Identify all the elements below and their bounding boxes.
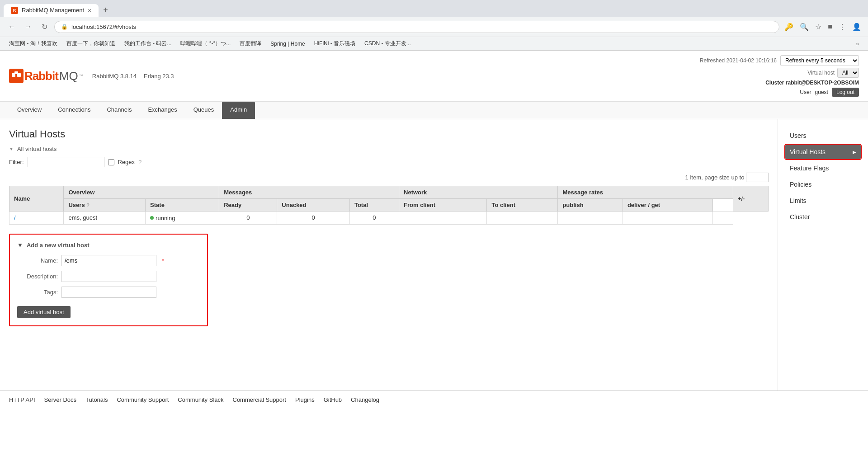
tab-exchanges[interactable]: Exchanges (140, 102, 185, 119)
active-tab[interactable]: R RabbitMQ Management × (4, 4, 99, 17)
logo-rabbit: Rabbit (24, 69, 58, 83)
tab-queues[interactable]: Queues (185, 102, 222, 119)
add-form-title: Add a new virtual host (27, 242, 90, 249)
footer-link[interactable]: Changelog (351, 396, 379, 403)
footer-link[interactable]: GitHub (324, 396, 342, 403)
sidebar-item-feature-flags[interactable]: Feature Flags (785, 161, 861, 175)
table-row[interactable]: / ems, guest running 0 0 0 (9, 212, 769, 225)
cell-publish (558, 212, 623, 225)
cluster-label: Cluster (765, 80, 784, 86)
regex-help-icon[interactable]: ? (138, 159, 142, 165)
vhost-tags-input[interactable] (61, 287, 156, 298)
bookmark-item[interactable]: 淘宝网 - 淘！我喜欢 (5, 38, 61, 49)
browser-chrome: R RabbitMQ Management × + ← → ↻ 🔒 localh… (0, 0, 868, 51)
tab-connections[interactable]: Connections (50, 102, 99, 119)
vhost-select[interactable]: All (837, 68, 859, 78)
col-adjust[interactable]: +/- (733, 186, 768, 212)
search-icon[interactable]: 🔍 (798, 21, 810, 33)
page-size-input[interactable]: 100 (746, 173, 769, 182)
footer-link[interactable]: Commercial Support (233, 396, 287, 403)
new-tab-button[interactable]: + (99, 4, 113, 17)
reload-button[interactable]: ↻ (38, 20, 51, 33)
address-bar[interactable]: 🔒 localhost:15672/#/vhosts (54, 21, 779, 33)
tab-channels[interactable]: Channels (99, 102, 140, 119)
col-group-overview: Overview (64, 186, 219, 199)
logo: RabbitMQ™ (9, 69, 83, 83)
version-info: RabbitMQ 3.8.14 Erlang 23.3 (92, 73, 174, 80)
back-button[interactable]: ← (5, 20, 18, 33)
bookmark-item[interactable]: 百度翻译 (236, 38, 265, 49)
all-vhosts-section-header[interactable]: ▼ All virtual hosts (9, 146, 769, 152)
refresh-row: Refreshed 2021-04-02 10:16:16 Refresh ev… (700, 55, 859, 66)
sidebar-item-limits[interactable]: Limits (785, 193, 861, 208)
svg-rect-2 (14, 71, 18, 74)
star-icon[interactable]: ☆ (814, 21, 823, 33)
vhost-label: Virtual host (807, 70, 835, 76)
description-form-row: Description: (17, 271, 200, 282)
logout-button[interactable]: Log out (832, 88, 859, 97)
bookmark-item[interactable]: 百度一下，你就知道 (63, 38, 119, 49)
lock-icon: 🔒 (61, 24, 68, 30)
bookmark-item[interactable]: HiFiNi - 音乐磁场 (311, 38, 359, 49)
bookmark-item[interactable]: 哔哩哔哩（ °-°）つ... (177, 38, 234, 49)
tab-overview[interactable]: Overview (9, 102, 50, 119)
rabbitmq-app: RabbitMQ™ RabbitMQ 3.8.14 Erlang 23.3 Re… (0, 51, 868, 409)
required-star: * (162, 257, 164, 264)
vhost-name-input[interactable] (61, 255, 156, 266)
header-right: Refreshed 2021-04-02 10:16:16 Refresh ev… (700, 55, 859, 97)
refresh-select[interactable]: Refresh every 5 seconds Refresh every 10… (780, 55, 859, 66)
vhost-description-input[interactable] (61, 271, 156, 282)
col-name: Name (9, 186, 64, 212)
col-group-message-rates: Message rates (558, 186, 733, 199)
footer-link[interactable]: HTTP API (9, 396, 35, 403)
menu-icon[interactable]: ⋮ (837, 21, 847, 33)
bookmarks-bar: 淘宝网 - 淘！我喜欢百度一下，你就知道我的工作台 - 码云...哔哩哔哩（ °… (0, 37, 868, 50)
col-unacked: Unacked (277, 199, 350, 212)
pagination-info: 1 item, page size up to 100 (9, 173, 769, 182)
tab-admin[interactable]: Admin (222, 102, 255, 119)
col-from-client: From client (399, 199, 487, 212)
sidebar-item-cluster[interactable]: Cluster (785, 210, 861, 224)
col-group-network: Network (399, 186, 558, 199)
regex-checkbox[interactable] (108, 159, 114, 165)
bookmarks-more[interactable]: » (852, 39, 863, 48)
section-arrow: ▼ (9, 146, 14, 151)
key-icon[interactable]: 🔑 (783, 21, 795, 33)
user-label: User (800, 89, 811, 95)
bookmark-item[interactable]: 我的工作台 - 码云... (121, 38, 175, 49)
tags-label: Tags: (17, 289, 58, 296)
cell-deliver-get (623, 212, 712, 225)
sidebar-item-virtual-hosts[interactable]: Virtual Hosts (785, 145, 861, 159)
user-row: User guest Log out (800, 88, 859, 97)
add-vhost-button[interactable]: Add virtual host (17, 306, 71, 318)
extensions-icon[interactable]: ■ (826, 21, 834, 33)
cell-state: running (146, 212, 219, 225)
sidebar-item-policies[interactable]: Policies (785, 177, 861, 192)
bookmark-item[interactable]: Spring | Home (267, 39, 308, 48)
footer-link[interactable]: Plugins (295, 396, 315, 403)
virtual-host-row: Virtual host All (807, 68, 859, 78)
logo-tm: ™ (79, 74, 83, 78)
cell-unacked: 0 (277, 212, 350, 225)
profile-icon[interactable]: 👤 (851, 21, 863, 33)
cell-users: ems, guest (64, 212, 146, 225)
footer-link[interactable]: Server Docs (44, 396, 77, 403)
footer-link[interactable]: Community Slack (178, 396, 223, 403)
footer-link[interactable]: Community Support (117, 396, 169, 403)
tab-close-button[interactable]: × (88, 7, 91, 14)
add-form-header[interactable]: ▼ Add a new virtual host (17, 242, 200, 249)
add-form-arrow: ▼ (17, 242, 23, 249)
nav-tabs: Overview Connections Channels Exchanges … (0, 102, 868, 119)
footer-link[interactable]: Tutorials (85, 396, 108, 403)
logo-icon (9, 69, 24, 83)
filter-row: Filter: Regex ? (9, 157, 769, 167)
erlang-version: Erlang 23.3 (144, 73, 174, 80)
sidebar-item-users[interactable]: Users (785, 128, 861, 143)
forward-button[interactable]: → (22, 20, 34, 33)
col-users: Users ? (64, 199, 146, 212)
main-content: Virtual Hosts ▼ All virtual hosts Filter… (0, 119, 868, 390)
cell-total: 0 (349, 212, 399, 225)
cell-name[interactable]: / (9, 212, 64, 225)
bookmark-item[interactable]: CSDN - 专业开发... (361, 38, 415, 49)
filter-input[interactable] (28, 157, 104, 167)
